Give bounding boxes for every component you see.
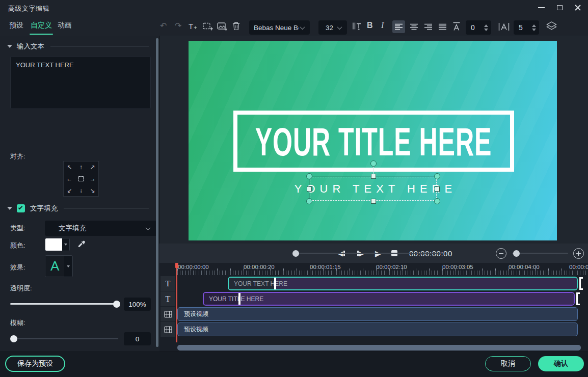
- align-bottom-right[interactable]: ↘: [87, 184, 98, 196]
- fill-color-swatch: [45, 238, 62, 251]
- align-top-right[interactable]: ↗: [87, 161, 98, 173]
- input-text-section-header[interactable]: 输入文本: [7, 42, 156, 51]
- align-justify-button[interactable]: [436, 20, 449, 33]
- text-fill-checkbox[interactable]: [17, 204, 25, 212]
- font-size-select[interactable]: 32: [318, 20, 347, 35]
- handle-top-right[interactable]: [434, 173, 440, 179]
- blur-slider-handle[interactable]: [10, 335, 17, 342]
- tab-presets[interactable]: 预设: [9, 21, 23, 30]
- clip-text-1[interactable]: YOUR TEXT HERE: [228, 277, 578, 290]
- zoom-handle[interactable]: [513, 250, 520, 257]
- track-header-text-1[interactable]: T: [161, 276, 175, 291]
- text-input[interactable]: YOUR TEXT HERE: [10, 56, 151, 109]
- fill-type-select[interactable]: 文字填充: [45, 221, 157, 236]
- font-family-select[interactable]: Bebas Neue Book: [249, 20, 310, 35]
- trim-handle[interactable]: [274, 277, 276, 290]
- maximize-icon[interactable]: [557, 5, 563, 10]
- align-pad[interactable]: ↖ ↑ ↗ ← → ↙ ↓ ↘: [63, 161, 99, 197]
- track-header-text-2[interactable]: T: [161, 291, 175, 306]
- align-center-button[interactable]: [408, 20, 420, 33]
- align-label: 对齐:: [10, 152, 25, 161]
- opacity-slider-track[interactable]: [10, 303, 118, 305]
- close-icon[interactable]: [575, 5, 581, 11]
- cancel-button[interactable]: 取消: [485, 356, 531, 371]
- stepper-arrows-icon[interactable]: [532, 24, 536, 31]
- align-left[interactable]: ←: [64, 173, 75, 185]
- preview-canvas[interactable]: YOUR TITLE HERE YOUR TEXT HERE: [189, 41, 557, 240]
- section-title: 文字填充: [30, 204, 58, 213]
- handle-top-left[interactable]: [306, 173, 312, 179]
- swatch-caret[interactable]: [64, 256, 72, 277]
- tab-custom[interactable]: 自定义: [31, 21, 52, 30]
- zoom-out-icon[interactable]: [496, 248, 506, 259]
- selected-text-element[interactable]: YOUR TEXT HERE: [310, 177, 437, 201]
- track-header-video-1[interactable]: [161, 307, 175, 321]
- align-center[interactable]: [75, 173, 87, 185]
- align-bottom[interactable]: ↓: [75, 184, 87, 196]
- clip-text-2[interactable]: YOUR TITLE HERE: [203, 292, 575, 306]
- add-image-icon[interactable]: [217, 22, 227, 31]
- seek-track[interactable]: [295, 253, 443, 254]
- spacing-stepper[interactable]: 0: [466, 20, 491, 35]
- collapse-icon: [7, 207, 12, 210]
- font-family-value: Bebas Neue Book: [254, 24, 299, 32]
- add-textbox-icon[interactable]: [203, 22, 213, 31]
- clip-right-bracket[interactable]: [579, 277, 583, 290]
- footer-bar: 保存为预设 取消 确认: [0, 352, 588, 377]
- swatch-caret[interactable]: [62, 238, 69, 251]
- eyedropper-icon[interactable]: [77, 239, 86, 248]
- delete-icon[interactable]: [232, 21, 240, 31]
- minimize-icon[interactable]: [538, 7, 545, 8]
- zoom-in-icon[interactable]: [573, 248, 584, 259]
- effect-picker[interactable]: A: [45, 255, 73, 277]
- film-icon: [164, 311, 172, 318]
- playhead-line[interactable]: [176, 263, 177, 342]
- sidebar-scrollbar[interactable]: [156, 38, 158, 347]
- redo-icon[interactable]: ↷: [175, 21, 181, 31]
- kerning-icon[interactable]: [498, 21, 510, 32]
- undo-icon[interactable]: ↶: [160, 21, 167, 31]
- opacity-slider-handle[interactable]: [113, 301, 120, 308]
- save-preset-button[interactable]: 保存为预设: [5, 356, 65, 372]
- align-bottom-left[interactable]: ↙: [64, 184, 75, 196]
- italic-button[interactable]: I: [381, 21, 384, 30]
- kerning-value: 5: [519, 23, 523, 32]
- handle-right[interactable]: [435, 186, 440, 192]
- handle-bottom-left[interactable]: [306, 198, 312, 204]
- add-text-icon[interactable]: T+: [189, 21, 197, 31]
- zoom-track[interactable]: [512, 253, 568, 254]
- handle-bottom[interactable]: [371, 199, 376, 204]
- kerning-stepper[interactable]: 5: [514, 20, 539, 35]
- clip-right-bracket[interactable]: [576, 292, 580, 305]
- track-header-video-2[interactable]: [161, 322, 175, 337]
- handle-left[interactable]: [307, 186, 312, 192]
- rotate-handle[interactable]: [370, 160, 377, 167]
- vertical-text-icon[interactable]: [352, 22, 361, 30]
- effect-label: 效果:: [10, 263, 25, 272]
- timeline-scrollbar[interactable]: [177, 345, 581, 351]
- layers-icon[interactable]: [546, 21, 557, 31]
- align-right-button[interactable]: [422, 20, 435, 33]
- sidebar: 输入文本 YOUR TEXT HERE 对齐: ↖ ↑ ↗ ← → ↙ ↓ ↘ …: [0, 36, 159, 352]
- trim-handle[interactable]: [238, 292, 240, 306]
- clip-video-2[interactable]: 预设视频: [177, 322, 578, 336]
- align-right[interactable]: →: [87, 173, 98, 185]
- align-left-button[interactable]: [392, 20, 405, 33]
- clip-video-1[interactable]: 预设视频: [177, 307, 578, 321]
- handle-top[interactable]: [371, 174, 376, 179]
- confirm-button[interactable]: 确认: [538, 356, 584, 371]
- fill-color-picker[interactable]: [45, 238, 70, 251]
- align-top-left[interactable]: ↖: [64, 161, 75, 173]
- align-top[interactable]: ↑: [75, 161, 87, 173]
- handle-bottom-right[interactable]: [434, 198, 440, 204]
- line-spacing-icon[interactable]: [451, 21, 462, 32]
- text-fill-section-header[interactable]: 文字填充: [7, 204, 156, 213]
- selection-box[interactable]: YOUR TEXT HERE: [310, 177, 437, 201]
- stepper-arrows-icon[interactable]: [484, 24, 488, 31]
- seek-handle[interactable]: [292, 250, 299, 257]
- title-bar: 高级文字编辑: [0, 0, 588, 15]
- blur-slider-track[interactable]: [10, 338, 118, 339]
- tab-animation[interactable]: 动画: [58, 21, 72, 30]
- effect-preview: A: [45, 256, 64, 277]
- bold-button[interactable]: B: [367, 21, 373, 30]
